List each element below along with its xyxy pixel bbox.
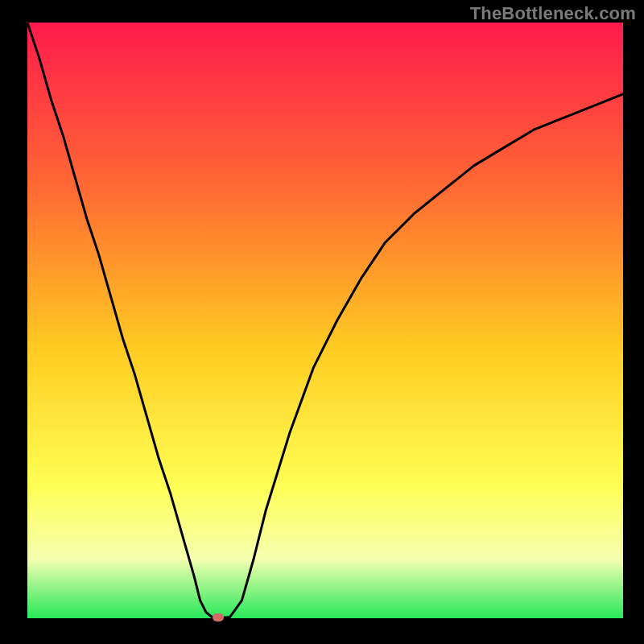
chart-frame: TheBottleneck.com xyxy=(0,0,644,644)
plot-area xyxy=(27,23,623,618)
plot-svg xyxy=(27,23,623,618)
optimal-point-marker xyxy=(213,613,224,621)
watermark-text: TheBottleneck.com xyxy=(470,3,636,24)
